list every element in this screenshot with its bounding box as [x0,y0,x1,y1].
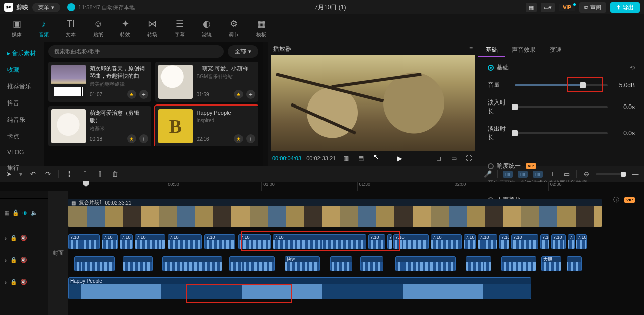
crop-icon[interactable]: ◻ [434,155,444,162]
audio-clip[interactable]: 7.10 [68,234,100,249]
tab-sound-fx[interactable]: 声音效果 [505,42,543,57]
audio-clip[interactable]: 7.10 [393,234,429,249]
media-card[interactable]: 菊次郎的春天，原创钢琴曲，奇趣轻快的曲风，让人感觉耳… 最美的钢琴旋律 01:0… [48,62,151,102]
redo-button[interactable]: ↷ [43,170,52,178]
preview-icon[interactable]: ▭ [562,170,571,178]
audio-icon[interactable]: ♪ [4,257,7,263]
cat-media[interactable]: ▣媒体 [4,18,29,38]
video-clip[interactable]: ▦复合片段100:02:33:21 [68,199,602,227]
compare-icon[interactable]: ▥ [341,155,351,162]
add-button[interactable]: ＋ [246,134,255,143]
audio-clip[interactable] [330,256,352,271]
cat-text[interactable]: TI文本 [58,19,84,38]
tab-speed[interactable]: 变速 [543,42,569,57]
audio-clip[interactable]: 快速 [285,256,320,271]
cat-effect[interactable]: ✦特效 [113,18,138,38]
volume-slider[interactable] [515,84,608,86]
split-left-button[interactable]: ⟦ [80,170,89,178]
delete-button[interactable]: 🗑 [110,170,119,178]
cat-sticker[interactable]: ☺贴纸 [86,19,111,38]
sidebar-item-favorite[interactable]: 收藏 [0,62,44,78]
review-button[interactable]: ⧉审阅 [579,2,606,13]
cat-adjust[interactable]: ⚙调节 [221,18,247,38]
timeline-ruler[interactable]: 00:30 01:00 01:30 02:00 02:30 [0,182,644,191]
audio-clip[interactable]: 7.10 [168,234,202,249]
display-icon[interactable]: ▤ [356,155,366,162]
audio-lane-1[interactable]: 7.107.107.107.107.107.107.107.107.107.10… [68,233,644,250]
tab-basic[interactable]: 基础 [478,42,505,57]
cat-caption[interactable]: ☰字幕 [167,18,192,38]
music-clip[interactable]: Happy People [68,277,531,299]
auto-chip-3[interactable]: ▯▯ [533,171,543,178]
audio-clip[interactable] [162,256,222,271]
audio-clip[interactable]: 7.10 [238,234,271,249]
split-button[interactable]: ╏ [65,170,74,178]
select-tool[interactable]: ➤ [4,170,13,178]
favorite-button[interactable]: ★ [234,134,243,143]
mute-icon[interactable]: 🔇 [20,257,27,263]
audio-clip[interactable]: 7.10 [204,234,235,249]
undo-button[interactable]: ↶ [28,170,37,178]
export-button[interactable]: ⬆导出 [610,2,640,13]
loudness-row[interactable]: 响度统一VIP [488,162,635,170]
cat-filter[interactable]: ◐滤镜 [194,18,219,38]
favorite-button[interactable]: ★ [127,90,136,99]
audio-icon[interactable]: ♪ [4,235,7,241]
cat-template[interactable]: ▦模板 [249,18,274,38]
section-toggle[interactable] [488,65,494,71]
reset-icon[interactable]: ⟲ [630,64,635,71]
media-card-selected[interactable]: B Happy People Inspired 02:16 ★＋ [155,106,259,146]
sidebar-item-pure[interactable]: 纯音乐 [0,112,44,128]
link-icon[interactable]: ⊣⊢ [548,170,557,178]
cat-transition[interactable]: ⋈转场 [140,18,165,38]
audio-clip[interactable]: 7.10 [273,234,366,249]
eye-icon[interactable]: 👁 [22,210,28,216]
add-button[interactable]: ＋ [139,134,148,143]
add-button[interactable]: ＋ [246,90,255,99]
add-button[interactable]: ＋ [139,90,148,99]
audio-clip[interactable] [74,256,115,271]
sidebar-item-vlog[interactable]: VLOG [0,145,44,160]
mute-icon[interactable]: 🔇 [20,235,27,241]
sidebar-item-recommend[interactable]: 推荐音乐 [0,78,44,95]
media-card[interactable]: 萌宠可爱治愈（剪辑版） 哈基米 00:18 ★＋ [48,106,151,146]
lock-icon[interactable]: 🔒 [10,257,17,263]
fadeout-slider[interactable] [515,132,608,134]
audio-clip[interactable]: 大胆 [541,256,561,271]
audio-clip[interactable] [229,256,275,271]
media-card[interactable]: 「萌宠.可爱」小葫样 BGM音乐补给站 01:59 ★＋ [155,62,259,102]
sidebar-item-beat[interactable]: 卡点 [0,128,44,145]
audio-clip[interactable] [567,256,582,271]
mute-icon[interactable]: 🔇 [20,279,27,285]
audio-clip[interactable]: 7.10 [499,234,509,249]
sidebar-item-douyin[interactable]: 抖音 [0,95,44,112]
layout-1-button[interactable]: ▦ [526,3,537,12]
audio-clip[interactable]: 7.10 [478,234,497,249]
audio-clip[interactable]: 7.10 [431,234,462,249]
playhead[interactable] [86,182,86,315]
fadein-slider[interactable] [515,106,608,108]
audio-clip[interactable] [395,256,456,271]
audio-clip[interactable] [360,256,383,271]
lock-icon[interactable]: 🔒 [10,235,17,241]
audio-clip[interactable] [123,256,153,271]
cover-label[interactable]: 封面 [48,191,68,315]
cat-audio[interactable]: ♪音频 [31,19,56,38]
audio-clip[interactable]: 7.10 [387,234,392,249]
grid-icon[interactable]: ▦ [4,209,9,216]
audio-clip[interactable]: 7.10 [540,234,549,249]
audio-clip[interactable]: 7.10 [576,234,587,249]
filter-button[interactable]: 全部▾ [228,45,258,58]
audio-clip[interactable]: 7.10 [568,234,575,249]
lock-icon[interactable]: 🔒 [10,279,17,285]
sidebar-header[interactable]: ▸ 音乐素材 [0,45,44,62]
zoom-slider[interactable] [596,173,626,175]
project-title[interactable]: 7月10日 (1) [135,3,526,12]
zoom-out-button[interactable]: ⊖ [582,170,591,178]
ratio-icon[interactable]: ▭ [449,155,459,162]
player-viewport[interactable] [271,55,475,151]
audio-clip[interactable] [501,256,536,271]
vip-badge[interactable]: VIP [559,4,575,11]
audio-clip[interactable] [466,256,491,271]
audio-clip[interactable]: 7.10 [135,234,165,249]
